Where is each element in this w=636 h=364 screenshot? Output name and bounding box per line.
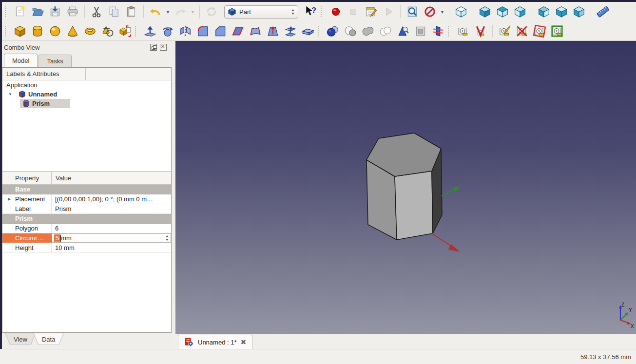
tree-item-application[interactable]: Application bbox=[2, 80, 171, 90]
measure-linear-button[interactable] bbox=[455, 23, 471, 39]
measure-toggle-3d-button[interactable] bbox=[549, 23, 565, 39]
cut-button[interactable] bbox=[88, 4, 105, 19]
tab-data[interactable]: Data bbox=[33, 333, 64, 345]
offset-button[interactable] bbox=[300, 23, 316, 39]
measure-refresh-button[interactable] bbox=[496, 23, 513, 39]
revolve-icon bbox=[161, 25, 174, 38]
measure-distance-button[interactable] bbox=[595, 4, 611, 19]
prism-front-face[interactable] bbox=[395, 171, 433, 240]
view-axonometric-button[interactable] bbox=[453, 4, 469, 19]
cross-sections-button[interactable] bbox=[430, 23, 446, 39]
macro-record-button[interactable] bbox=[328, 4, 344, 19]
box-button[interactable] bbox=[12, 23, 28, 39]
create-primitives-button[interactable] bbox=[99, 23, 116, 39]
redo-button[interactable] bbox=[172, 4, 189, 19]
property-row-label[interactable]: LabelPrism bbox=[2, 204, 171, 214]
redo-menu-icon[interactable]: ▾ bbox=[189, 4, 196, 19]
cylinder-button[interactable] bbox=[29, 23, 46, 39]
property-row-height[interactable]: Height10 mm bbox=[2, 243, 171, 253]
property-row-placement[interactable]: ▶Placement[(0,00 0,00 1,00); 0 °; (0 mm … bbox=[2, 194, 171, 204]
copy-button[interactable] bbox=[106, 4, 122, 19]
property-row-circumr[interactable]: Circumr…5mm bbox=[2, 233, 171, 243]
property-group-base[interactable]: Base bbox=[2, 185, 171, 194]
toolbar-separator bbox=[400, 5, 401, 18]
paste-button[interactable] bbox=[123, 4, 140, 19]
union-button[interactable] bbox=[360, 23, 376, 39]
tab-model[interactable]: Model bbox=[4, 54, 38, 67]
property-value-label[interactable]: Prism bbox=[52, 204, 171, 213]
measure-toggle-all-button[interactable] bbox=[531, 23, 548, 39]
cone-button[interactable] bbox=[64, 23, 81, 39]
view-left-button[interactable] bbox=[571, 4, 587, 19]
view-top-button[interactable] bbox=[494, 4, 511, 19]
print-button[interactable] bbox=[64, 4, 81, 19]
undo-button[interactable] bbox=[147, 4, 164, 19]
draw-style-menu-icon[interactable]: ▾ bbox=[439, 4, 446, 19]
ruled-surface-button[interactable] bbox=[247, 23, 264, 39]
view-right-button[interactable] bbox=[512, 4, 528, 19]
view-front-button[interactable] bbox=[477, 4, 493, 19]
toolbar-grip[interactable] bbox=[321, 6, 325, 17]
toolbar-grip[interactable] bbox=[135, 26, 139, 37]
viewport-3d[interactable]: Z Y X bbox=[175, 41, 636, 334]
revolve-button[interactable] bbox=[159, 23, 176, 39]
refresh-button[interactable] bbox=[203, 4, 220, 19]
defeaturing-button[interactable] bbox=[412, 23, 429, 39]
whats-this-button[interactable]: ? bbox=[303, 4, 319, 19]
save-file-button[interactable] bbox=[47, 4, 63, 19]
cut-boolean-button[interactable] bbox=[342, 23, 359, 39]
chamfer-button[interactable] bbox=[212, 23, 229, 39]
new-file-button[interactable] bbox=[12, 4, 28, 19]
workbench-spinner[interactable] bbox=[290, 6, 296, 18]
make-face-button[interactable] bbox=[230, 23, 246, 39]
check-geometry-button[interactable] bbox=[395, 23, 411, 39]
workbench-selector[interactable]: Part bbox=[224, 5, 298, 19]
intersection-button[interactable] bbox=[377, 23, 394, 39]
view-rear-button[interactable] bbox=[536, 4, 552, 19]
cut-boolean-icon bbox=[344, 25, 357, 38]
torus-button[interactable] bbox=[82, 23, 98, 39]
loft-button[interactable] bbox=[265, 23, 281, 39]
document-close-icon[interactable]: ✖ bbox=[241, 339, 247, 345]
tree-column-header[interactable]: Labels & Attributes bbox=[2, 68, 171, 80]
property-value-height[interactable]: 10 mm bbox=[52, 243, 171, 252]
document-tab[interactable]: Unnamed : 1* ✖ bbox=[178, 335, 252, 349]
property-value-placement[interactable]: [(0,00 0,00 1,00); 0 °; (0 mm 0 m… bbox=[52, 194, 171, 204]
macro-play-button[interactable] bbox=[380, 4, 397, 19]
draw-style-button[interactable] bbox=[422, 4, 438, 19]
macro-edit-button[interactable] bbox=[363, 4, 379, 19]
expander-icon[interactable]: ▼ bbox=[8, 92, 12, 96]
sweep-button[interactable] bbox=[282, 23, 299, 39]
open-file-button[interactable] bbox=[29, 4, 46, 19]
view-bottom-button[interactable] bbox=[553, 4, 570, 19]
measure-angular-button[interactable] bbox=[472, 23, 489, 39]
sphere-button[interactable] bbox=[47, 23, 63, 39]
tab-view[interactable]: View bbox=[5, 333, 36, 345]
make-face-icon bbox=[231, 25, 244, 38]
fillet-button[interactable] bbox=[194, 23, 211, 39]
fit-all-button[interactable] bbox=[404, 4, 421, 19]
mirror-button[interactable] bbox=[177, 23, 193, 39]
panel-float-icon[interactable] bbox=[150, 44, 157, 51]
undo-menu-icon[interactable]: ▾ bbox=[164, 4, 172, 19]
circumradius-input[interactable]: 5mm bbox=[52, 233, 171, 243]
property-row-polygon[interactable]: Polygon6 bbox=[2, 224, 171, 233]
property-value-polygon[interactable]: 6 bbox=[52, 224, 171, 233]
copy-icon bbox=[108, 5, 120, 18]
spinbox-arrows[interactable] bbox=[164, 234, 171, 242]
boolean-button[interactable] bbox=[325, 23, 341, 39]
property-group-prism[interactable]: Prism bbox=[2, 214, 171, 224]
extrude-button[interactable] bbox=[142, 23, 158, 39]
tab-tasks[interactable]: Tasks bbox=[39, 55, 71, 67]
toolbar-grip[interactable] bbox=[448, 26, 452, 37]
tree-item-prism[interactable]: Prism bbox=[2, 99, 171, 108]
shape-builder-button[interactable] bbox=[117, 23, 134, 39]
macro-stop-button[interactable] bbox=[345, 4, 362, 19]
toolbar-grip[interactable] bbox=[5, 6, 9, 17]
panel-close-icon[interactable] bbox=[160, 44, 167, 51]
tree-item-document[interactable]: ▼ Unnamed bbox=[2, 90, 171, 99]
measure-clear-button[interactable] bbox=[514, 23, 530, 39]
toolbar-grip[interactable] bbox=[318, 26, 322, 37]
toolbar-separator bbox=[591, 5, 591, 18]
toolbar-grip[interactable] bbox=[5, 26, 9, 37]
